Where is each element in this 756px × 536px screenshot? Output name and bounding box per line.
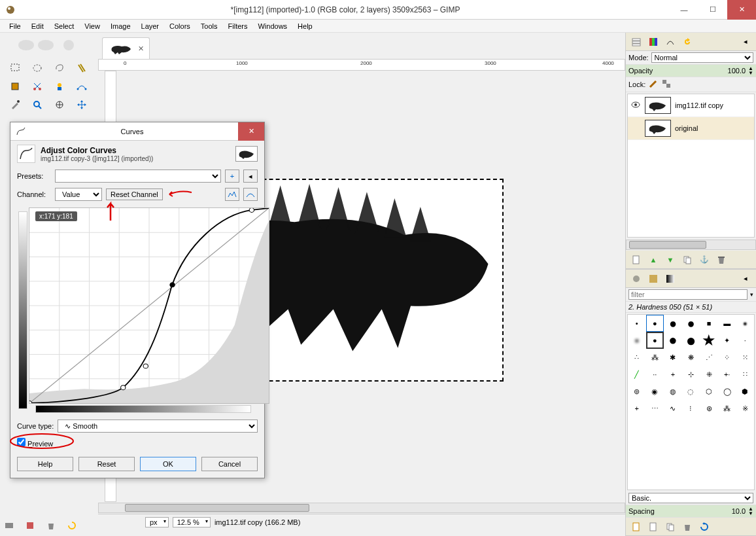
menu-image[interactable]: Image [107,21,135,31]
fuzzy-select-tool[interactable] [72,60,92,76]
new-layer-icon[interactable] [628,253,644,267]
color-picker-tool[interactable] [5,97,25,113]
opacity-value[interactable]: 100.0 [728,67,746,75]
brush-grid[interactable]: •●●●■▬● ●●●●★✦· ∴⁂✱❋⋰⁘⁙ ╱··+⊹⁜+·∷ ⊚◉◍◌⬡◯… [627,314,755,490]
scissors-tool[interactable] [27,79,47,94]
ok-button[interactable]: OK [140,457,196,471]
delete-brush-icon[interactable] [679,520,695,534]
trash-icon[interactable] [46,520,59,533]
svg-rect-11 [58,87,61,90]
blend-mode-select[interactable]: Normal [651,52,753,63]
opacity-spinner-icon[interactable]: ▲▼ [748,66,753,75]
move-tool[interactable] [72,97,92,113]
image-tab[interactable]: ✕ [102,37,150,59]
spacing-value[interactable]: 10.0 [732,507,746,515]
lock-pixels-icon[interactable] [648,79,659,90]
maximize-button[interactable]: ☐ [698,0,727,20]
log-histogram-icon[interactable] [243,188,258,201]
curve-type-select[interactable]: ∿ Smooth [58,420,258,433]
canvas-hscroll[interactable] [98,502,625,514]
unit-selector[interactable]: px [145,517,169,527]
dialog-close-button[interactable]: ✕ [238,122,264,141]
minimize-button[interactable]: — [670,0,698,20]
raise-layer-icon[interactable]: ▲ [645,253,661,267]
bottom-dock-icons [4,520,80,533]
ruler-horizontal[interactable]: 0 1000 2000 3000 4000 [98,59,625,71]
reset-button[interactable]: Reset [78,457,135,471]
preset-menu-icon[interactable]: ◂ [243,170,258,183]
layers-tab-icon[interactable] [628,35,644,49]
free-select-tool[interactable] [50,60,69,76]
menu-help[interactable]: Help [294,21,317,31]
svg-point-4 [63,40,74,50]
reset-icon[interactable] [67,520,80,533]
duplicate-layer-icon[interactable] [679,253,695,267]
menu-filters[interactable]: Filters [224,21,252,31]
svg-point-9 [39,88,41,90]
help-button[interactable]: Help [17,457,73,471]
measure-tool[interactable] [50,97,69,113]
undo-history-icon[interactable] [679,35,695,49]
svg-rect-29 [666,84,670,88]
edit-brush-icon[interactable] [628,520,644,534]
linear-histogram-icon[interactable] [225,188,239,201]
new-brush-icon[interactable] [645,520,661,534]
add-preset-icon[interactable]: + [225,170,239,183]
patterns-tab-icon[interactable] [645,272,661,286]
lock-alpha-icon[interactable] [661,79,672,90]
svg-rect-25 [649,38,652,46]
channels-tab-icon[interactable] [645,35,661,49]
cancel-button[interactable]: Cancel [201,457,258,471]
anchor-layer-icon[interactable]: ⚓ [696,253,712,267]
zoom-tool[interactable] [27,97,47,113]
presets-select[interactable] [55,170,221,183]
ellipse-select-tool[interactable] [27,60,47,76]
preview-checkbox[interactable] [17,438,26,446]
foreground-select-tool[interactable] [50,79,69,94]
preview-checkbox-label[interactable]: Preview [17,438,53,448]
spacing-spinner-icon[interactable]: ▲▼ [748,507,753,516]
menu-colors[interactable]: Colors [165,21,194,31]
duplicate-brush-icon[interactable] [662,520,678,534]
tab-close-icon[interactable]: ✕ [138,45,144,53]
menu-select[interactable]: Select [50,21,78,31]
mode-label: Mode: [628,54,649,62]
layer-row[interactable]: img112.tif copy [628,94,754,117]
lower-layer-icon[interactable]: ▼ [662,253,678,267]
crop-tool[interactable] [5,79,25,94]
presets-label: Presets: [17,172,51,180]
brush-preset-select[interactable]: Basic. [628,493,753,503]
reset-channel-button[interactable]: Reset Channel [106,188,163,200]
svg-rect-37 [649,275,657,283]
rect-select-tool[interactable] [5,60,25,76]
layers-hscroll[interactable] [626,239,756,251]
panel-menu-icon[interactable]: ◂ [738,35,753,49]
layer-name[interactable]: img112.tif copy [675,101,723,109]
menu-view[interactable]: View [80,21,104,31]
brushes-tab-icon[interactable] [628,272,644,286]
paths-tab-icon[interactable] [662,35,678,49]
tool-options-icon[interactable] [25,520,38,533]
device-status-icon[interactable] [4,520,17,533]
menu-tools[interactable]: Tools [197,21,222,31]
svg-rect-7 [12,83,18,90]
brush-filter-input[interactable] [628,289,747,300]
close-button[interactable]: ✕ [727,0,756,20]
brush-panel-menu-icon[interactable]: ◂ [738,272,753,286]
layer-row[interactable]: original [628,117,754,140]
menu-file[interactable]: File [5,21,25,31]
channel-select[interactable]: Value [55,188,102,201]
svg-point-12 [77,88,79,90]
zoom-selector[interactable]: 12.5 % [173,517,211,527]
svg-rect-27 [655,38,657,46]
menu-edit[interactable]: Edit [27,21,48,31]
gradients-tab-icon[interactable] [662,272,678,286]
menu-layer[interactable]: Layer [137,21,163,31]
paths-tool[interactable] [72,79,92,94]
refresh-brushes-icon[interactable] [696,520,712,534]
visibility-eye-icon[interactable] [630,99,641,111]
curves-graph[interactable] [29,207,269,404]
layer-name[interactable]: original [675,124,698,132]
menu-windows[interactable]: Windows [254,21,291,31]
delete-layer-icon[interactable] [713,253,729,267]
